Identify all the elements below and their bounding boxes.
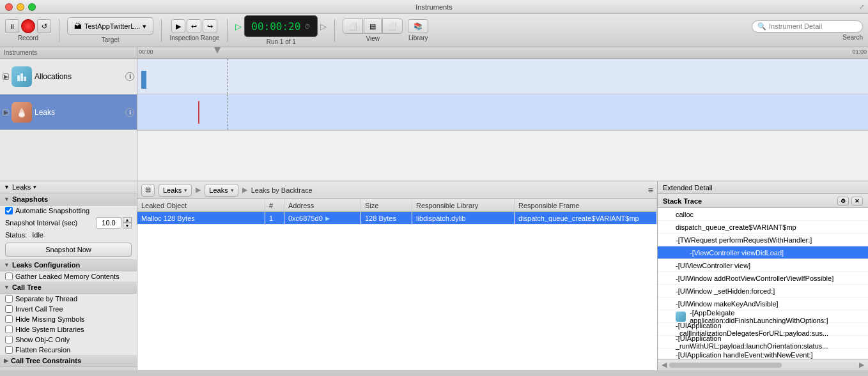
auto-snapshot-label[interactable]: Automatic Snapshotting (5, 207, 89, 214)
stack-close-button[interactable]: ✕ (851, 197, 863, 206)
stack-item-5[interactable]: -[UIWindow addRootViewControllerViewIfPo… (658, 272, 868, 285)
th-leaked-object[interactable]: Leaked Object (137, 199, 265, 211)
snapshots-section-header[interactable]: ▼ Snapshots (0, 193, 137, 206)
inspection-back-button[interactable]: ↩ (187, 19, 201, 33)
specific-data-header[interactable]: ▶ Specific Data Mining (0, 367, 137, 370)
hide-system-label[interactable]: Hide System Libraries (5, 326, 84, 333)
hide-missing-label[interactable]: Hide Missing Symbols (5, 315, 84, 323)
maximize-button[interactable] (28, 3, 36, 11)
stack-list[interactable]: calloc dispatch_queue_create$VARIANT$mp … (658, 208, 868, 359)
track-sidebar: Instruments ▶ Allocations ℹ ▶ (0, 47, 137, 181)
stack-item-2-name: -[TWRequest performRequestWithHandler:] (676, 236, 812, 244)
allocations-info-button[interactable]: ℹ (125, 72, 134, 81)
leaks-config-header[interactable]: ▼ Leaks Configuration (0, 259, 137, 271)
minimize-button[interactable] (17, 3, 24, 11)
window-controls[interactable] (5, 3, 36, 11)
hide-system-checkbox[interactable] (5, 326, 13, 333)
view-btn-3[interactable]: ⬜ (382, 19, 403, 34)
th-library[interactable]: Responsible Library (412, 199, 515, 211)
target-section-label: Target (102, 36, 120, 43)
stack-item-4[interactable]: -[UIViewController view] (658, 259, 868, 272)
stack-settings-button[interactable]: ⚙ (837, 197, 849, 206)
separate-thread-label[interactable]: Separate by Thread (5, 295, 77, 303)
track-expand-leaks[interactable]: ▶ (3, 109, 9, 116)
search-box[interactable]: 🔍 (752, 20, 863, 33)
library-button[interactable]: 📚 (408, 19, 428, 33)
leaks-menu-button[interactable]: ≡ (648, 185, 653, 195)
spinner-up[interactable]: ▲ (123, 217, 132, 223)
snapshot-now-button[interactable]: Snapshot Now (5, 243, 132, 257)
gather-leaked-row: Gather Leaked Memory Contents (0, 271, 137, 282)
th-address[interactable]: Address (284, 199, 361, 211)
stack-item-1[interactable]: dispatch_queue_create$VARIANT$mp (658, 221, 868, 234)
invert-checkbox[interactable] (5, 305, 13, 313)
record-button[interactable] (21, 19, 35, 33)
ruler-mark-start: 00:00 (139, 49, 153, 55)
inspection-play-button[interactable]: ▶ (171, 19, 185, 33)
call-tree-arrow-icon: ▼ (4, 284, 10, 290)
stack-item-3[interactable]: -[ViewController viewDidLoad] (658, 246, 868, 259)
stack-item-0[interactable]: calloc (658, 208, 868, 221)
stack-item-11[interactable]: -[UIApplication handleEvent:withNewEvent… (658, 349, 868, 359)
th-count[interactable]: # (265, 199, 284, 211)
gather-leaked-label[interactable]: Gather Leaked Memory Contents (5, 273, 120, 280)
resize-icon: ⤢ (859, 3, 864, 10)
auto-snapshot-checkbox[interactable] (5, 207, 13, 214)
stack-item-6[interactable]: -[UIWindow _setHidden:forced:] (658, 285, 868, 297)
leaks-lane[interactable] (137, 94, 868, 130)
th-size[interactable]: Size (361, 199, 412, 211)
stack-item-10[interactable]: -[UIApplication _runWithURL:payload:laun… (658, 336, 868, 349)
allocations-lane[interactable] (137, 59, 868, 94)
stack-item-8-avatar (676, 312, 686, 322)
flatten-label[interactable]: Flatten Recursion (5, 346, 70, 354)
hide-missing-row: Hide Missing Symbols (0, 314, 137, 324)
leaks-dropdown-2[interactable]: Leaks ▾ (205, 184, 238, 197)
track-item-allocations[interactable]: ▶ Allocations ℹ (0, 59, 137, 94)
inspection-forward-button[interactable]: ↪ (203, 19, 217, 33)
interval-label: Snapshot Interval (sec) (5, 219, 77, 227)
auto-snapshot-row: Automatic Snapshotting (0, 206, 137, 216)
stack-item-10-name: -[UIApplication _runWithURL:payload:laun… (676, 335, 864, 350)
view-btn-2[interactable]: ▤ (364, 19, 382, 34)
stack-item-6-name: -[UIWindow _setHidden:forced:] (676, 287, 775, 295)
flatten-checkbox[interactable] (5, 346, 13, 354)
hide-missing-checkbox[interactable] (5, 315, 13, 323)
allocations-icon (12, 66, 32, 87)
show-objc-checkbox[interactable] (5, 336, 13, 343)
call-tree-header[interactable]: ▼ Call Tree (0, 282, 137, 294)
refresh-button[interactable]: ↺ (37, 19, 51, 33)
spinner-buttons[interactable]: ▲ ▼ (123, 217, 132, 229)
leaks-info-button[interactable]: ℹ (125, 108, 134, 117)
leaks-grid-button[interactable]: ⊞ (141, 184, 155, 197)
extended-detail-header: Extended Detail (658, 181, 868, 194)
track-expand-allocations[interactable]: ▶ (3, 73, 9, 80)
th-frame[interactable]: Responsible Frame (515, 199, 657, 211)
gather-leaked-checkbox[interactable] (5, 273, 13, 280)
interval-input[interactable] (96, 217, 121, 229)
scroll-right-icon[interactable]: ▶ (859, 361, 864, 369)
view-button-group: ⬜ ▤ ⬜ (343, 19, 403, 34)
view-btn-1[interactable]: ⬜ (343, 19, 363, 34)
stack-item-2[interactable]: -[TWRequest performRequestWithHandler:] (658, 234, 868, 246)
stack-trace-scrollbar[interactable]: ◀ ▶ (658, 359, 868, 370)
invert-label[interactable]: Invert Call Tree (5, 305, 63, 313)
pause-button[interactable]: ⏸ (5, 19, 19, 33)
leaks-selector[interactable]: ▼ Leaks ▾ (0, 181, 137, 193)
target-button[interactable]: 🏔 TestAppTwitterL... ▾ (67, 17, 153, 35)
scroll-left-icon[interactable]: ◀ (662, 361, 667, 369)
leaks-dropdown-1[interactable]: Leaks ▾ (159, 184, 192, 197)
title-bar: Instruments ⤢ (0, 0, 868, 14)
spinner-down[interactable]: ▼ (123, 223, 132, 229)
leaks-dropdown-2-arrow-icon: ▾ (231, 187, 234, 193)
snapshots-arrow-icon: ▼ (4, 196, 10, 202)
close-button[interactable] (5, 3, 13, 11)
track-item-leaks[interactable]: ▶ Leaks ℹ (0, 94, 137, 130)
search-input[interactable] (769, 22, 857, 30)
target-arrow-icon: ▾ (143, 22, 146, 31)
table-row[interactable]: Malloc 128 Bytes 1 0xc6875d0 ▶ 128 Bytes… (137, 212, 657, 225)
show-objc-label[interactable]: Show Obj-C Only (5, 336, 70, 343)
scroll-thumb[interactable] (669, 363, 782, 368)
call-tree-constraints-header[interactable]: ▶ Call Tree Constraints (0, 355, 137, 367)
scroll-track[interactable] (669, 363, 856, 368)
separate-thread-checkbox[interactable] (5, 295, 13, 303)
